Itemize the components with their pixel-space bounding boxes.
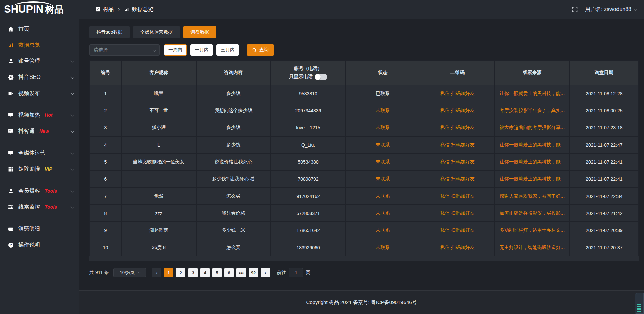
page-size-select[interactable]: 10条/页 [113, 268, 146, 277]
sidebar-item-matrix-boost[interactable]: 矩阵助推VIP [0, 161, 79, 177]
cell-date: 2021-11-08 12:28 [570, 85, 639, 102]
cell-qrcode[interactable]: 私信 扫码加好友 [420, 153, 495, 170]
cell-qrcode[interactable]: 私信 扫码加好友 [420, 239, 495, 256]
cell-content: 我只看价格 [196, 205, 271, 222]
cell-status: 未联系 [345, 102, 420, 119]
sidebar-item-label: 线索监控 [18, 204, 40, 211]
cell-qrcode[interactable]: 私信 扫码加好友 [420, 170, 495, 188]
sidebar-item-label: 视频加热 [18, 112, 40, 119]
copyright-text: Copyright 树品 2021 备案号: 粤ICP备09019646号 [306, 299, 417, 306]
home-icon [7, 26, 14, 32]
cell-source[interactable]: 让你一眼就爱上的黑科技，能... [495, 85, 570, 102]
cell-source[interactable]: 客厅安装投影半年多了，真实... [495, 102, 570, 119]
search-icon [252, 48, 257, 53]
sidebar-item-member-baoke[interactable]: 会员爆客Tools [0, 183, 79, 199]
phone-only-toggle[interactable] [315, 74, 327, 80]
cell-content: 多少钱一米 [196, 222, 271, 239]
cell-qrcode[interactable]: 私信 扫码加好友 [420, 102, 495, 119]
period-button-three-month[interactable]: 三月内 [216, 44, 239, 56]
chevron-down-icon [153, 48, 156, 52]
cell-qrcode[interactable]: 私信 扫码加好友 [420, 136, 495, 153]
search-button-label: 查询 [259, 47, 269, 53]
sidebar-item-label: 消费明细 [18, 225, 40, 232]
cell-source[interactable]: 让你一眼就爱上的黑科技，能... [495, 153, 570, 170]
cell-qrcode[interactable]: 私信 扫码加好友 [420, 119, 495, 136]
cell-account: 917024162 [271, 188, 345, 205]
cell-qrcode[interactable]: 私信 扫码加好友 [420, 85, 495, 102]
cell-no: 5 [90, 153, 121, 170]
cell-qrcode[interactable]: 私信 扫码加好友 [420, 205, 495, 222]
tab-media-operation-data[interactable]: 全媒体运营数据 [133, 26, 180, 38]
cell-qrcode[interactable]: 私信 扫码加好友 [420, 188, 495, 205]
cell-source[interactable]: 多功能护栏灯，适用于乡村文... [495, 222, 570, 239]
tab-inquiry-data[interactable]: 询盘数据 [183, 26, 216, 38]
sidebar-item-clue-monitor[interactable]: 线索监控Tools [0, 199, 79, 215]
sidebar-item-media-operation[interactable]: 全媒体运营 [0, 145, 79, 161]
cell-source[interactable]: 感谢大家喜欢我家，被问了好... [495, 188, 570, 205]
goto-page-input[interactable] [289, 268, 303, 277]
sidebar-item-account-manage[interactable]: 账号管理 [0, 53, 79, 69]
brand-logo: SHUPIN树品 [0, 0, 79, 19]
cell-account: Q_Liu. [271, 136, 345, 153]
cell-source[interactable]: 让你一眼就爱上的黑科技，能... [495, 136, 570, 153]
chevron-down-icon [71, 151, 74, 154]
cell-nickname: 哦章 [121, 85, 196, 102]
cell-source[interactable]: 被大家追着问的客厅投影分享... [495, 119, 570, 136]
cell-content: 怎么买 [196, 188, 271, 205]
phone-toggle-label: 只显示电话 [289, 74, 313, 80]
cell-nickname: 潮起潮落 [121, 222, 196, 239]
page-button-4[interactable]: 4 [200, 268, 210, 277]
sidebar-item-label: 数据总览 [18, 42, 40, 49]
period-button-one-week[interactable]: 一周内 [164, 44, 187, 56]
sidebar-item-operation-guide[interactable]: ?操作说明 [0, 237, 79, 253]
sidebar-item-home[interactable]: 首页 [0, 21, 79, 37]
page-button-6[interactable]: 6 [224, 268, 234, 277]
table-row: 7觉然怎么买917024162未联系私信 扫码加好友感谢大家喜欢我家，被问了好.… [90, 188, 639, 205]
tab-douyin-seo-data[interactable]: 抖音seo数据 [89, 26, 130, 38]
page-button-92[interactable]: 92 [249, 268, 258, 277]
grid-icon [7, 166, 14, 172]
cell-account: 2097344839 [271, 102, 345, 119]
filter-select[interactable]: 请选择 [89, 44, 160, 56]
cell-content: 怎么买 [196, 239, 271, 256]
cell-source[interactable]: 无主灯设计，智能磁吸轨道灯... [495, 239, 570, 256]
next-page-button[interactable]: › [261, 268, 270, 277]
cell-no: 9 [90, 222, 121, 239]
header-right: 用户名: zswodun88 [572, 6, 637, 13]
page-button-3[interactable]: 3 [188, 268, 198, 277]
col-date: 询盘日期 [570, 61, 639, 85]
sidebar: SHUPIN树品 首页数据总览账号管理抖音SEO视频发布视频加热Hot抖客通Ne… [0, 0, 79, 314]
cell-no: 1 [90, 85, 121, 102]
page-button-5[interactable]: 5 [212, 268, 222, 277]
table-row: 2不可一世我想问这个多少钱2097344839未联系私信 扫码加好友客厅安装投影… [90, 102, 639, 119]
cell-status: 未联系 [345, 205, 420, 222]
cell-source[interactable]: 让你一眼就爱上的黑科技，能... [495, 170, 570, 188]
page-ellipsis-button[interactable]: ••• [236, 268, 246, 277]
period-button-one-month[interactable]: 一月内 [190, 44, 213, 56]
cell-date: 2021-11-07 20:37 [570, 239, 639, 256]
col-nickname: 客户昵称 [121, 61, 196, 85]
fullscreen-icon[interactable] [572, 7, 578, 12]
cell-date: 2021-11-07 21:42 [570, 205, 639, 222]
sidebar-item-douyin-seo[interactable]: 抖音SEO [0, 69, 79, 85]
sidebar-item-data-overview[interactable]: 数据总览 [0, 37, 79, 53]
user-menu[interactable]: 用户名: zswodun88 [585, 6, 637, 13]
table-row: 4L多少钱Q_Liu.未联系私信 扫码加好友让你一眼就爱上的黑科技，能...20… [90, 136, 639, 153]
breadcrumb-root[interactable]: 树品 [103, 6, 114, 13]
page-button-2[interactable]: 2 [176, 268, 185, 277]
page-button-1[interactable]: 1 [164, 268, 173, 277]
cell-status: 已联系 [345, 85, 420, 102]
help-icon: ? [7, 242, 14, 248]
sidebar-item-video-heat[interactable]: 视频加热Hot [0, 107, 79, 123]
chart-icon [7, 42, 14, 48]
search-button[interactable]: 查询 [247, 44, 274, 56]
cell-qrcode[interactable]: 私信 扫码加好友 [420, 222, 495, 239]
table-row: 1哦章多少钱9583810已联系私信 扫码加好友让你一眼就爱上的黑科技，能...… [90, 85, 639, 102]
chevron-down-icon [138, 271, 140, 273]
sidebar-item-video-publish[interactable]: 视频发布 [0, 85, 79, 101]
sidebar-item-douketong[interactable]: 抖客通New [0, 123, 79, 139]
prev-page-button[interactable]: ‹ [152, 268, 161, 277]
corner-widget[interactable] [635, 293, 644, 314]
sidebar-item-consume-detail[interactable]: 消费明细 [0, 221, 79, 237]
cell-source[interactable]: 如何正确选择投影仪，买投影... [495, 205, 570, 222]
